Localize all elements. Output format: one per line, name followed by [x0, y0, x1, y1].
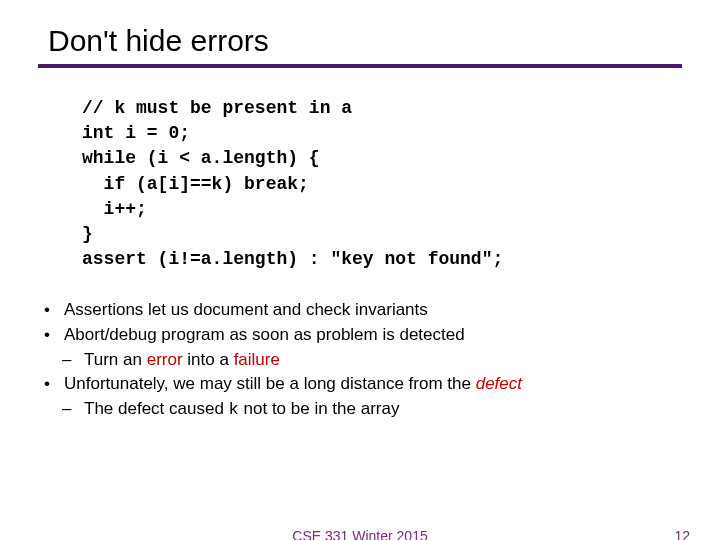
title-rule — [38, 64, 682, 68]
term-defect: defect — [476, 374, 522, 393]
slide: Don't hide errors // k must be present i… — [0, 0, 720, 540]
term-error: error — [147, 350, 183, 369]
code-line-6: } — [82, 224, 93, 244]
code-line-5: i++; — [82, 199, 147, 219]
code-line-1: // k must be present in a — [82, 98, 352, 118]
bullet-2: Abort/debug program as soon as problem i… — [42, 323, 682, 348]
bullet-3a-post: not to be in the array — [239, 399, 400, 418]
footer-page-number: 12 — [674, 528, 690, 540]
bullet-3a: The defect caused k not to be in the arr… — [62, 397, 682, 423]
bullet-3-pre: Unfortunately, we may still be a long di… — [64, 374, 476, 393]
code-block: // k must be present in a int i = 0; whi… — [82, 96, 682, 272]
term-failure: failure — [234, 350, 280, 369]
bullet-2-text: Abort/debug program as soon as problem i… — [64, 325, 465, 344]
bullet-3: Unfortunately, we may still be a long di… — [42, 372, 682, 397]
code-line-2: int i = 0; — [82, 123, 190, 143]
bullet-2a-pre: Turn an — [84, 350, 147, 369]
bullet-3a-pre: The defect caused — [84, 399, 229, 418]
bullet-2a: Turn an error into a failure — [62, 348, 682, 373]
bullet-1-text: Assertions let us document and check inv… — [64, 300, 428, 319]
slide-title: Don't hide errors — [48, 24, 682, 58]
inline-code-k: k — [229, 400, 239, 419]
bullet-1: Assertions let us document and check inv… — [42, 298, 682, 323]
code-line-3: while (i < a.length) { — [82, 148, 320, 168]
code-line-4: if (a[i]==k) break; — [82, 174, 309, 194]
bullet-2a-mid: into a — [183, 350, 234, 369]
footer-course: CSE 331 Winter 2015 — [292, 528, 427, 540]
bullet-list: Assertions let us document and check inv… — [42, 298, 682, 422]
code-line-7: assert (i!=a.length) : "key not found"; — [82, 249, 503, 269]
